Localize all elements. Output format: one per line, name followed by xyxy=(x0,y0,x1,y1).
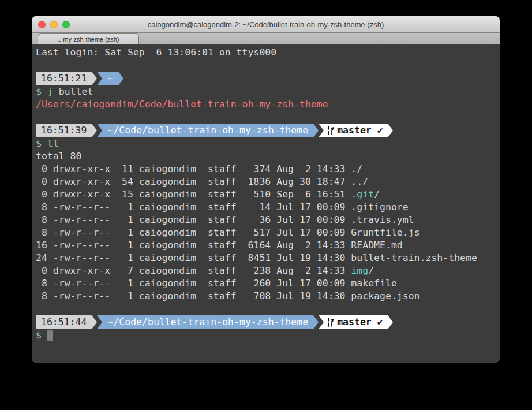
terminal-text: img xyxy=(351,265,368,276)
powerline-separator-icon xyxy=(92,124,97,137)
traffic-lights xyxy=(38,16,70,32)
close-button[interactable] xyxy=(38,21,46,28)
prompt-path-segment: ~/Code/bullet-train-oh-my-zsh-theme xyxy=(102,315,313,329)
terminal-text: total 80 xyxy=(36,151,81,162)
powerline-separator-icon xyxy=(92,315,97,329)
terminal-line: $ ll xyxy=(36,137,500,150)
minimize-button[interactable] xyxy=(50,21,58,28)
prompt-time-segment: 16:51:44 xyxy=(36,315,92,329)
terminal-line: total 80 xyxy=(36,150,500,163)
prompt-line: 16:51:21~ xyxy=(36,72,500,85)
terminal-text: 8 -rw-r--r-- 1 caiogondim staff 14 Jul 1… xyxy=(36,202,409,213)
terminal-text: 0 drwxr-xr-x 7 caiogondim staff 238 Aug … xyxy=(36,265,351,276)
terminal-screen[interactable]: Last login: Sat Sep 6 13:06:01 on ttys00… xyxy=(32,44,500,363)
terminal-text: $ ll xyxy=(36,138,59,149)
powerline-separator-icon xyxy=(118,72,123,85)
terminal-line: 8 -rw-r--r-- 1 caiogondim staff 517 Jul … xyxy=(36,226,500,239)
window-title: caiogondim@caiogondim-2: ~/Code/bullet-t… xyxy=(32,20,500,29)
terminal-line: 8 -rw-r--r-- 1 caiogondim staff 260 Jul … xyxy=(36,277,500,290)
terminal-text: 0 drwxr-xr-x 54 caiogondim staff 1836 Au… xyxy=(36,176,368,187)
git-branch-label: master ✔ xyxy=(337,124,383,137)
prompt-git-segment: master ✔ xyxy=(324,315,387,329)
powerline-separator-icon xyxy=(319,124,324,137)
terminal-line: 0 drwxr-xr-x 15 caiogondim staff 510 Sep… xyxy=(36,188,500,201)
terminal-line: 0 drwxr-xr-x 11 caiogondim staff 374 Aug… xyxy=(36,163,500,176)
terminal-text: 16 -rw-r--r-- 1 caiogondim staff 6164 Au… xyxy=(36,240,403,251)
terminal-text: 8 -rw-r--r-- 1 caiogondim staff 260 Jul … xyxy=(36,278,397,289)
terminal-line: 8 -rw-r--r-- 1 caiogondim staff 708 Jul … xyxy=(36,290,500,303)
powerline-separator-icon xyxy=(97,72,102,85)
powerline-separator-icon xyxy=(313,315,319,329)
terminal-text: 8 -rw-r--r-- 1 caiogondim staff 36 Jul 1… xyxy=(36,214,414,225)
terminal-line: $ xyxy=(36,329,500,342)
terminal-line: Last login: Sat Sep 6 13:06:01 on ttys00… xyxy=(36,46,500,59)
terminal-blank-line xyxy=(36,111,500,124)
tab-label: ..-my-zsh-theme (zsh) xyxy=(58,36,119,43)
terminal-text: / xyxy=(374,189,380,200)
terminal-text: / xyxy=(368,265,374,276)
terminal-window: caiogondim@caiogondim-2: ~/Code/bullet-t… xyxy=(32,16,500,363)
prompt-line: 16:51:44~/Code/bullet-train-oh-my-zsh-th… xyxy=(36,315,500,329)
powerline-separator-icon xyxy=(319,315,324,329)
terminal-text: $ j xyxy=(36,86,53,97)
prompt-path-segment: ~/Code/bullet-train-oh-my-zsh-theme xyxy=(102,124,313,137)
prompt-path-segment: ~ xyxy=(102,72,118,85)
git-branch-icon xyxy=(327,125,334,136)
terminal-line: /Users/caiogondim/Code/bullet-train-oh-m… xyxy=(36,98,500,111)
zoom-button[interactable] xyxy=(62,21,70,28)
terminal-text: bullet xyxy=(53,86,93,97)
prompt-time-segment: 16:51:39 xyxy=(36,124,92,137)
terminal-line: $ j bullet xyxy=(36,85,500,98)
terminal-line: 24 -rw-r--r-- 1 caiogondim staff 8451 Ju… xyxy=(36,252,500,264)
window-titlebar[interactable]: caiogondim@caiogondim-2: ~/Code/bullet-t… xyxy=(32,16,500,33)
terminal-cursor xyxy=(47,330,53,341)
powerline-separator-icon xyxy=(388,124,393,137)
git-branch-icon xyxy=(327,317,334,327)
prompt-time-segment: 16:51:21 xyxy=(36,72,92,85)
terminal-line: 0 drwxr-xr-x 7 caiogondim staff 238 Aug … xyxy=(36,264,500,277)
terminal-blank-line xyxy=(36,303,500,315)
terminal-line: 16 -rw-r--r-- 1 caiogondim staff 6164 Au… xyxy=(36,239,500,252)
terminal-text: .git xyxy=(351,189,374,200)
terminal-text: $ xyxy=(36,330,47,341)
terminal-text: 24 -rw-r--r-- 1 caiogondim staff 8451 Ju… xyxy=(36,252,477,263)
prompt-line: 16:51:39~/Code/bullet-train-oh-my-zsh-th… xyxy=(36,124,500,137)
prompt-git-segment: master ✔ xyxy=(324,124,387,137)
powerline-separator-icon xyxy=(313,124,319,137)
terminal-text: 8 -rw-r--r-- 1 caiogondim staff 708 Jul … xyxy=(36,290,420,301)
git-branch-label: master ✔ xyxy=(337,315,383,329)
terminal-text: 0 drwxr-xr-x 15 caiogondim staff 510 Sep… xyxy=(36,189,351,200)
terminal-text: 0 drwxr-xr-x 11 caiogondim staff 374 Aug… xyxy=(36,163,362,174)
tab-active[interactable]: ..-my-zsh-theme (zsh) xyxy=(38,33,139,44)
powerline-separator-icon xyxy=(388,315,393,329)
terminal-text: 8 -rw-r--r-- 1 caiogondim staff 517 Jul … xyxy=(36,227,420,238)
powerline-separator-icon xyxy=(97,315,102,329)
terminal-blank-line xyxy=(36,59,500,72)
terminal-text: /Users/caiogondim/Code/bullet-train-oh-m… xyxy=(36,99,328,110)
tab-bar: ..-my-zsh-theme (zsh) xyxy=(32,33,500,44)
terminal-text: Last login: Sat Sep 6 13:06:01 on ttys00… xyxy=(36,47,276,58)
powerline-separator-icon xyxy=(92,72,97,85)
terminal-line: 8 -rw-r--r-- 1 caiogondim staff 14 Jul 1… xyxy=(36,201,500,214)
terminal-line: 0 drwxr-xr-x 54 caiogondim staff 1836 Au… xyxy=(36,176,500,188)
terminal-line: 8 -rw-r--r-- 1 caiogondim staff 36 Jul 1… xyxy=(36,214,500,226)
powerline-separator-icon xyxy=(97,124,102,137)
